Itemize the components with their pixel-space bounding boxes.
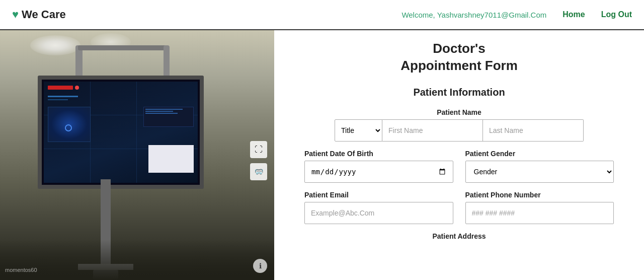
watermark: momentos60	[5, 267, 37, 273]
phone-input[interactable]	[465, 202, 614, 224]
logout-link[interactable]: Log Out	[601, 10, 632, 19]
gender-group: Patient Gender GenderMaleFemaleOther	[465, 150, 614, 183]
address-section: Patient Address	[304, 232, 614, 240]
appointment-form-panel: Doctor's Appointment Form Patient Inform…	[274, 30, 644, 280]
header-nav: Welcome, Yashvarshney7011@Gmail.Com Home…	[401, 10, 632, 19]
panorama-panel: ⛶ 🥽 ℹ momentos60	[0, 30, 274, 280]
fullscreen-icon: ⛶	[255, 145, 263, 154]
title-select[interactable]: TitleMrMrsMsDr	[335, 119, 382, 142]
main-content: ⛶ 🥽 ℹ momentos60 Doctor's Appointment Fo…	[0, 30, 644, 280]
gender-select[interactable]: GenderMaleFemaleOther	[465, 161, 614, 183]
dob-gender-row: Patient Date Of Birth Patient Gender Gen…	[304, 150, 614, 183]
info-button[interactable]: ℹ	[253, 259, 267, 273]
email-phone-row: Patient Email Patient Phone Number	[304, 191, 614, 224]
address-label: Patient Address	[304, 232, 614, 240]
vr-icon: 🥽	[255, 168, 263, 176]
logo: ♥ We Care	[12, 8, 66, 21]
form-title: Doctor's Appointment Form	[304, 40, 614, 75]
dob-group: Patient Date Of Birth	[304, 150, 453, 183]
dob-label: Patient Date Of Birth	[304, 150, 453, 158]
email-input[interactable]	[304, 202, 453, 224]
app-header: ♥ We Care Welcome, Yashvarshney7011@Gmai…	[0, 0, 644, 30]
vr-button[interactable]: 🥽	[250, 163, 267, 180]
gender-label: Patient Gender	[465, 150, 614, 158]
logo-icon: ♥	[12, 8, 19, 21]
fullscreen-button[interactable]: ⛶	[250, 141, 267, 158]
panorama-image: ⛶ 🥽 ℹ momentos60	[0, 30, 274, 280]
home-link[interactable]: Home	[562, 10, 585, 19]
phone-group: Patient Phone Number	[465, 191, 614, 224]
phone-label: Patient Phone Number	[465, 191, 614, 199]
email-label: Patient Email	[304, 191, 453, 199]
welcome-text: Welcome, Yashvarshney7011@Gmail.Com	[401, 11, 546, 19]
logo-text: We Care	[22, 8, 66, 21]
email-group: Patient Email	[304, 191, 453, 224]
name-inputs-row: TitleMrMrsMsDr	[304, 119, 614, 142]
patient-info-section-title: Patient Information	[304, 87, 614, 98]
last-name-input[interactable]	[483, 119, 584, 142]
first-name-input[interactable]	[382, 119, 483, 142]
info-icon: ℹ	[259, 262, 262, 270]
dob-input[interactable]	[304, 161, 453, 183]
patient-name-label: Patient Name	[304, 108, 614, 116]
patient-name-group: Patient Name TitleMrMrsMsDr	[304, 108, 614, 142]
